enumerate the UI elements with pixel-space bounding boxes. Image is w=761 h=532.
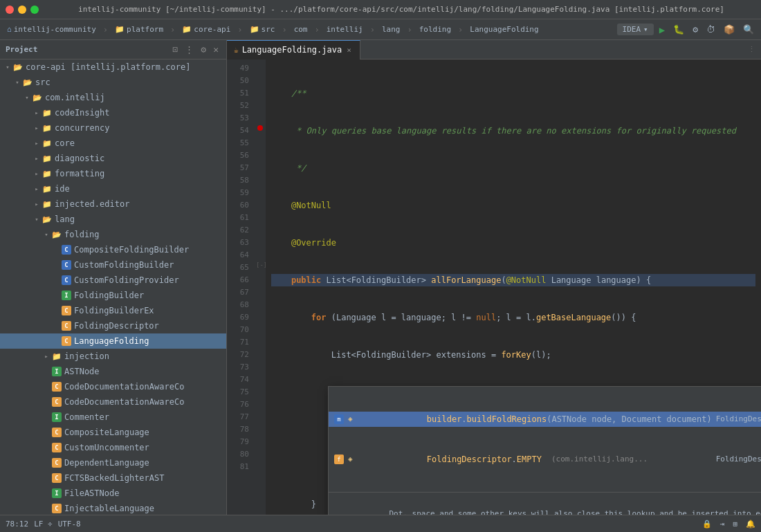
debug-button[interactable]: 🐛 <box>670 23 687 36</box>
tree-item-custom-uncommenter[interactable]: C CustomUncommenter <box>0 440 226 455</box>
tree-item-language-folding[interactable]: C LanguageFolding <box>0 333 226 349</box>
status-lf[interactable]: LF ÷ <box>34 520 53 529</box>
gutter-52 <box>255 97 266 109</box>
nav-item-folding[interactable]: folding <box>416 24 454 35</box>
tree-item-concurrency[interactable]: 📁 concurrency <box>0 120 226 136</box>
nav-item-lang[interactable]: lang <box>379 24 403 35</box>
tree-label-folding: folding <box>64 230 100 239</box>
sidebar-settings[interactable]: ⚙ <box>199 44 208 55</box>
sep3: › <box>237 25 242 35</box>
tree-item-folding-builder-ex[interactable]: C FoldingBuilderEx <box>0 303 226 318</box>
tab-language-folding[interactable]: ☕ LanguageFolding.java × <box>227 40 360 59</box>
build-button[interactable]: ⚙ <box>690 23 701 36</box>
nav-item-src[interactable]: 📁 src <box>247 24 278 35</box>
maximize-button[interactable] <box>30 6 39 14</box>
nav-item-com[interactable]: com <box>291 24 311 35</box>
tree-item-ide[interactable]: 📁 ide <box>0 181 226 196</box>
sep8: › <box>458 25 463 35</box>
close-button[interactable] <box>6 6 14 14</box>
deploy-button[interactable]: 📦 <box>721 23 737 36</box>
tree-label-custom-uncommenter: CustomUncommenter <box>64 443 149 452</box>
tree-item-composite-language[interactable]: C CompositeLanguage <box>0 425 226 440</box>
ac-return-type-2: FoldingDescriptor[] <box>716 453 761 466</box>
tree-item-code-doc-aware-co2[interactable]: C CodeDocumentationAwareCo <box>0 394 226 410</box>
tree-item-root[interactable]: 📂 core-api [intellij.platform.core] <box>0 59 226 75</box>
status-encoding[interactable]: UTF-8 <box>58 520 81 529</box>
nav-idea-button[interactable]: IDEA ▾ <box>617 24 654 35</box>
leaf-arrow-5 <box>51 306 61 315</box>
tree-item-folding[interactable]: 📂 folding <box>0 227 226 242</box>
nav-label-src: src <box>262 25 275 34</box>
tree-item-astnode[interactable]: I ASTNode <box>0 364 226 379</box>
folder-formatting-icon: 📁 <box>42 168 53 179</box>
tree-item-lang[interactable]: 📂 lang <box>0 212 226 227</box>
status-lock-icon[interactable]: 🔒 <box>702 520 712 529</box>
tab-close-button[interactable]: × <box>345 45 353 55</box>
tree-item-fcts[interactable]: C FCTSBackedLighterAST <box>0 470 226 486</box>
autocomplete-item-2[interactable]: f ◈ FoldingDescriptor.EMPTY (com.intelli… <box>329 452 761 467</box>
gutter-61 <box>255 209 266 221</box>
tree-item-formatting[interactable]: 📁 formatting <box>0 166 226 181</box>
autocomplete-popup[interactable]: m ◈ builder.buildFoldRegions(ASTNode nod… <box>328 386 761 515</box>
status-columns-icon[interactable]: ⊞ <box>733 520 737 529</box>
tree-item-composite-folding-builder[interactable]: C CompositeFoldingBuilder <box>0 242 226 257</box>
leaf-arrow-1 <box>51 245 61 255</box>
tree-item-core[interactable]: 📁 core <box>0 136 226 151</box>
tree-item-injection[interactable]: 📁 injection <box>0 349 226 364</box>
folder-diagnostic-icon: 📁 <box>42 153 53 164</box>
tree-item-code-doc-aware-co1[interactable]: C CodeDocumentationAwareCo <box>0 379 226 394</box>
ac-icon-field: f <box>334 455 344 464</box>
sidebar-close[interactable]: ✕ <box>211 44 221 55</box>
tree-item-injectable-language[interactable]: C InjectableLanguage <box>0 501 226 515</box>
tree-label-fcts: FCTSBackedLighterAST <box>64 473 165 483</box>
sidebar-action-2[interactable]: ⋮ <box>183 44 196 55</box>
status-notifications[interactable]: 🔔 <box>746 520 755 529</box>
editor-gear[interactable]: ⋮ <box>748 45 761 54</box>
autocomplete-item-1[interactable]: m ◈ builder.buildFoldRegions(ASTNode nod… <box>329 412 761 427</box>
class-icon-language-folding: C <box>61 336 72 347</box>
ln-75: 75 <box>227 386 249 398</box>
code-line-49: /** <box>271 87 755 100</box>
folder-ide-icon: 📁 <box>42 183 53 194</box>
leaf-arrow-custom-uncommenter <box>42 443 51 452</box>
sidebar-action-1[interactable]: ⊡ <box>171 44 181 55</box>
profile-button[interactable]: ⏱ <box>704 23 718 36</box>
leaf-arrow-composite-lang <box>42 428 51 437</box>
nav-item-platform[interactable]: 📁 platform <box>112 24 166 35</box>
code-line-51: */ <box>271 162 755 174</box>
run-button[interactable]: ▶ <box>657 23 668 37</box>
sidebar-actions: ⊡ ⋮ ⚙ ✕ <box>171 44 221 55</box>
code-content[interactable]: /** * Only queries base language results… <box>266 59 761 515</box>
tree-item-custom-folding-provider[interactable]: C CustomFoldingProvider <box>0 273 226 288</box>
tree-item-custom-folding-builder[interactable]: C CustomFoldingBuilder <box>0 257 226 273</box>
code-line-52: @NotNull <box>271 199 755 212</box>
nav-item-intellij[interactable]: intellij <box>324 24 366 35</box>
tree-item-folding-builder[interactable]: I FoldingBuilder <box>0 288 226 303</box>
interface-icon-folding-builder: I <box>61 290 72 301</box>
ln-81: 81 <box>227 461 249 473</box>
search-button[interactable]: 🔍 <box>740 23 757 36</box>
nav-item-file[interactable]: LanguageFolding <box>467 24 541 35</box>
status-indent-icon[interactable]: ⇥ <box>720 520 725 529</box>
tree-item-injected-editor[interactable]: 📁 injected.editor <box>0 196 226 212</box>
tree-item-folding-descriptor[interactable]: C FoldingDescriptor <box>0 318 226 333</box>
nav-item-core-api[interactable]: 📁 core-api <box>179 24 233 35</box>
nav-item-root[interactable]: ⌂ intellij-community <box>4 24 99 35</box>
class-icon-custom-provider: C <box>61 275 72 286</box>
tree-item-diagnostic[interactable]: 📁 diagnostic <box>0 151 226 166</box>
minimize-button[interactable] <box>18 6 26 14</box>
status-position[interactable]: 78:12 <box>6 520 28 529</box>
tree-item-commenter[interactable]: I Commenter <box>0 410 226 425</box>
gutter-51 <box>255 84 266 97</box>
tree-item-file-astnode[interactable]: I FileASTNode <box>0 486 226 501</box>
ln-50: 50 <box>227 75 249 87</box>
class-icon-cdac2: C <box>51 396 62 407</box>
tree-item-codeinsight[interactable]: 📁 codeInsight <box>0 105 226 120</box>
tree-item-comintellij[interactable]: 📂 com.intellij <box>0 90 226 105</box>
tree-arrow-diagnostic <box>32 154 42 163</box>
tree-item-dependent-language[interactable]: C DependentLanguage <box>0 455 226 470</box>
leaf-arrow-astnode <box>42 367 51 376</box>
tree-item-src[interactable]: 📂 src <box>0 75 226 90</box>
tree-label-dependent-language: DependentLanguage <box>64 458 149 468</box>
window-controls[interactable] <box>6 6 39 14</box>
